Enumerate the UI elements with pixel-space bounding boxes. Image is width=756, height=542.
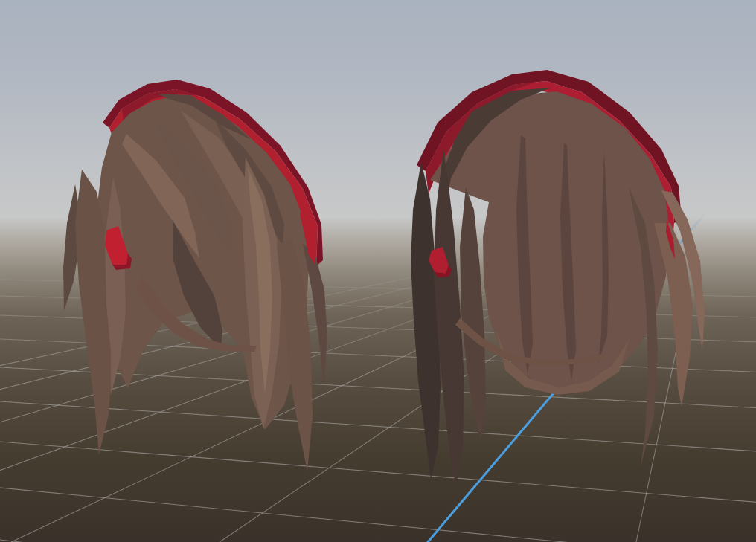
grid-line: [0, 401, 756, 451]
scene-viewport[interactable]: [0, 0, 756, 542]
grid-line: [0, 488, 756, 542]
scene-canvas: [0, 0, 756, 542]
grid-line: [0, 540, 756, 542]
hair-model-left[interactable]: [63, 80, 327, 471]
grid-line: [0, 442, 756, 503]
